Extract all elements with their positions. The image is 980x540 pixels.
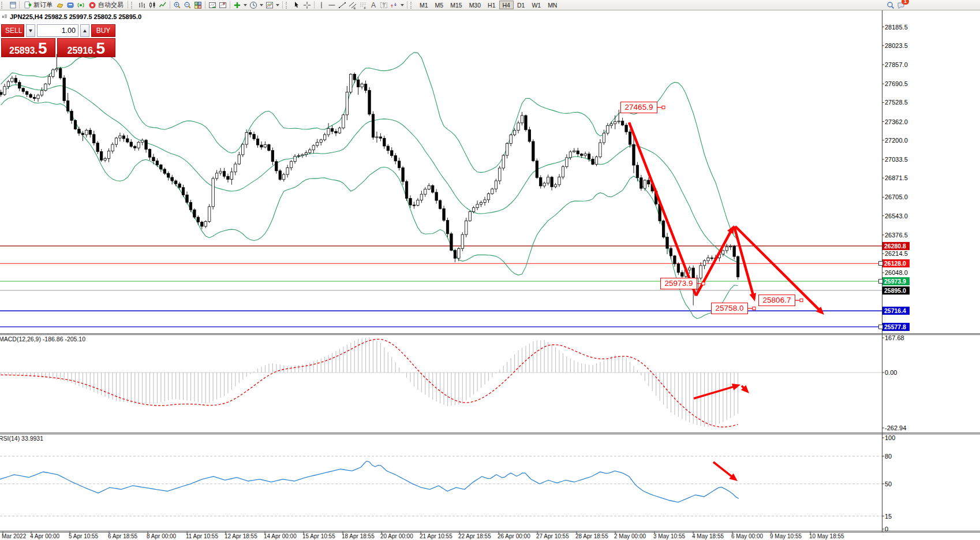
fibonacci-tool-icon[interactable]: F: [358, 1, 368, 9]
horizontal-line-tool-icon[interactable]: [327, 1, 337, 9]
volume-increase-button[interactable]: [80, 24, 89, 37]
text-label-tool-icon[interactable]: T: [379, 1, 389, 9]
arrows-tool-caret-icon[interactable]: [401, 4, 404, 6]
chart-shift-icon[interactable]: [218, 1, 228, 9]
time-axis-label: 9 May 10:55: [770, 533, 802, 539]
price-tag-26280.8: 26280.8: [882, 242, 910, 250]
autotrading-icon: [88, 1, 96, 9]
zoom-out-icon[interactable]: [182, 1, 193, 9]
rsi-indicator-label: RSI(14) 33.9931: [0, 435, 43, 442]
price-tick-label: 26376.5: [885, 232, 908, 239]
new-order-icon: [24, 1, 32, 9]
chart-icon: [2, 14, 8, 20]
search-icon[interactable]: [885, 1, 896, 9]
time-axis-label: 8 Apr 00:00: [147, 533, 176, 539]
bar-chart-mode-icon[interactable]: [137, 1, 147, 9]
window-icon[interactable]: [7, 1, 17, 9]
tf-button-H4[interactable]: H4: [499, 1, 514, 9]
time-axis-label: 22 Apr 18:55: [458, 533, 491, 539]
profiles-icon[interactable]: [55, 1, 65, 9]
rsi-tick-label: 15: [885, 513, 892, 520]
price-tick-label: 28023.5: [885, 42, 908, 49]
sell-price-box[interactable]: 25893. 5: [1, 38, 55, 57]
svg-text:A: A: [371, 1, 376, 9]
time-axis-label: 26 Apr 00:00: [498, 533, 530, 539]
tf-button-M15[interactable]: M15: [447, 1, 465, 9]
time-axis-label: 14 Apr 00:00: [264, 533, 297, 539]
candlestick-mode-icon[interactable]: [147, 1, 158, 9]
notification-badge[interactable]: 1: [902, 0, 909, 5]
price-tag-25895.0: 25895.0: [882, 286, 910, 295]
rsi-tick-label: 80: [885, 453, 892, 460]
template-icon[interactable]: [264, 1, 275, 9]
annotation-price-label[interactable]: 25806.7: [758, 295, 795, 306]
periods-caret-icon[interactable]: [260, 4, 263, 6]
sell-button[interactable]: SELL: [1, 24, 24, 37]
tf-button-W1[interactable]: W1: [528, 1, 544, 9]
time-axis-label: Mar 2022: [2, 533, 26, 539]
toolbar-grip[interactable]: [1, 2, 5, 9]
axis-anchor-handle[interactable]: [878, 325, 883, 329]
text-tool-icon[interactable]: A: [368, 1, 379, 9]
tf-button-D1[interactable]: D1: [514, 1, 528, 9]
buy-button[interactable]: BUY: [91, 24, 115, 37]
time-axis-label: 10 May 18:55: [809, 533, 844, 539]
price-tick-label: 27362.0: [885, 118, 908, 125]
symbol-header: JPN225,H4 25982.5 25997.5 25802.5 25895.…: [2, 13, 141, 20]
buy-price-main: 25916.: [68, 45, 96, 56]
cursor-icon[interactable]: [291, 1, 302, 9]
macd-indicator-label: MACD(12,26,9) -186.86 -205.10: [0, 336, 85, 342]
tf-button-M30[interactable]: M30: [466, 1, 484, 9]
volume-decrease-button[interactable]: [26, 24, 35, 37]
arrows-tool-icon[interactable]: [389, 1, 399, 9]
periods-clock-icon[interactable]: [248, 1, 259, 9]
new-order-button[interactable]: 新订单: [21, 1, 55, 9]
axis-anchor-handle[interactable]: [878, 279, 883, 284]
time-axis-label: 18 Apr 18:55: [342, 533, 375, 539]
tf-button-M5[interactable]: M5: [432, 1, 447, 9]
tile-windows-icon[interactable]: [193, 1, 203, 9]
chart-canvas[interactable]: [0, 0, 980, 540]
vertical-line-tool-icon[interactable]: [316, 1, 327, 9]
macd-tick-label: 0.00: [885, 369, 897, 376]
terminal-icon[interactable]: [65, 1, 76, 9]
tf-button-M1[interactable]: M1: [416, 1, 432, 9]
tf-button-MN[interactable]: MN: [544, 1, 560, 9]
autotrading-button[interactable]: 自动交易: [86, 1, 126, 9]
add-indicator-caret-icon[interactable]: [244, 4, 247, 6]
spin-down-icon: [29, 29, 32, 32]
community-chat-icon[interactable]: 1: [896, 1, 906, 9]
zoom-in-icon[interactable]: [172, 1, 182, 9]
auto-scroll-icon[interactable]: [207, 1, 218, 9]
price-tick-label: 27528.5: [885, 99, 908, 106]
price-tick-label: 26048.0: [885, 269, 908, 276]
equidistant-channel-tool-icon[interactable]: E: [347, 1, 358, 9]
signal-icon[interactable]: [76, 1, 86, 9]
crosshair-icon[interactable]: [302, 1, 312, 9]
time-axis-label: 12 Apr 18:55: [225, 533, 257, 539]
volume-input[interactable]: [37, 24, 78, 37]
buy-price-box[interactable]: 25916. 5: [57, 38, 115, 57]
price-tag-26128.0: 26128.0: [882, 259, 910, 267]
price-tick-label: 27200.0: [885, 137, 908, 144]
indicator-layer: [0, 337, 882, 516]
add-indicator-icon[interactable]: [232, 1, 242, 9]
tf-button-H1[interactable]: H1: [484, 1, 499, 9]
time-axis-label: 6 Apr 18:55: [108, 533, 137, 539]
axis-anchor-handle[interactable]: [878, 261, 883, 266]
price-tag-25973.9: 25973.9: [882, 277, 910, 285]
line-chart-mode-icon[interactable]: [158, 1, 168, 9]
candles-layer: [0, 54, 882, 305]
annotation-price-label[interactable]: 25758.0: [711, 303, 748, 314]
template-caret-icon[interactable]: [276, 4, 279, 6]
trendline-tool-icon[interactable]: [337, 1, 347, 9]
timeframe-group: M1M5M15M30H1H4D1W1MN: [416, 1, 560, 9]
svg-text:E: E: [354, 6, 356, 9]
symbol-ohlc-text: JPN225,H4 25982.5 25997.5 25802.5 25895.…: [10, 13, 141, 20]
annotation-price-label[interactable]: 25973.9: [660, 278, 697, 289]
price-tick-label: 26543.0: [885, 213, 908, 219]
annotation-price-label[interactable]: 27465.9: [620, 102, 657, 113]
price-tick-label: 27690.5: [885, 80, 908, 87]
macd-tick-label: 167.68: [885, 334, 904, 341]
time-axis-label: 5 Apr 10:55: [69, 533, 98, 539]
